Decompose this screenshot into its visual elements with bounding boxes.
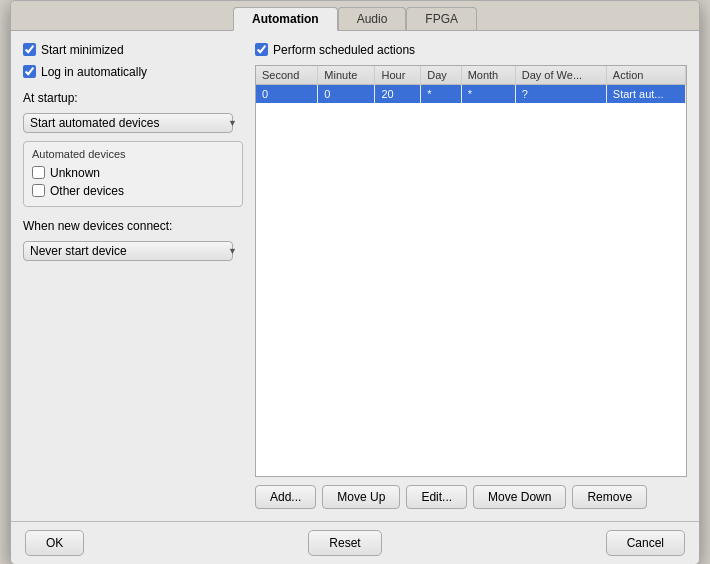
cell-month: * <box>461 84 515 103</box>
cell-minute: 0 <box>318 84 375 103</box>
col-action: Action <box>606 66 685 85</box>
cell-action: Start aut... <box>606 84 685 103</box>
cancel-button[interactable]: Cancel <box>606 530 685 556</box>
unknown-row: Unknown <box>32 166 234 180</box>
bottom-bar: OK Reset Cancel <box>11 521 699 564</box>
start-minimized-checkbox[interactable] <box>23 43 36 56</box>
perform-label: Perform scheduled actions <box>273 43 415 57</box>
unknown-label: Unknown <box>50 166 100 180</box>
automated-devices-group: Automated devices Unknown Other devices <box>23 141 243 207</box>
at-startup-label: At startup: <box>23 91 243 105</box>
perform-row: Perform scheduled actions <box>255 43 687 57</box>
log-in-label: Log in automatically <box>41 65 147 79</box>
cell-day: * <box>421 84 461 103</box>
table-row[interactable]: 0 0 20 * * ? Start aut... <box>256 84 686 103</box>
log-in-row: Log in automatically <box>23 65 243 79</box>
reset-button[interactable]: Reset <box>308 530 381 556</box>
other-devices-row: Other devices <box>32 184 234 198</box>
tab-fpga[interactable]: FPGA <box>406 7 477 30</box>
start-minimized-row: Start minimized <box>23 43 243 57</box>
new-devices-select-wrapper: Never start device Always start device ▼ <box>23 241 243 261</box>
add-button[interactable]: Add... <box>255 485 316 509</box>
col-day: Day <box>421 66 461 85</box>
cell-hour: 20 <box>375 84 421 103</box>
unknown-checkbox[interactable] <box>32 166 45 179</box>
right-panel: Perform scheduled actions Second Minute … <box>255 43 687 509</box>
tab-audio[interactable]: Audio <box>338 7 407 30</box>
col-minute: Minute <box>318 66 375 85</box>
log-in-checkbox[interactable] <box>23 65 36 78</box>
tab-bar: Automation Audio FPGA <box>11 1 699 31</box>
main-window: Automation Audio FPGA Start minimized Lo… <box>10 0 700 564</box>
move-up-button[interactable]: Move Up <box>322 485 400 509</box>
new-devices-select[interactable]: Never start device Always start device <box>23 241 233 261</box>
table-header-row: Second Minute Hour Day Month Day of We..… <box>256 66 686 85</box>
col-day-of-week: Day of We... <box>515 66 606 85</box>
startup-select[interactable]: Start automated devices Do nothing <box>23 113 233 133</box>
tab-automation[interactable]: Automation <box>233 7 338 31</box>
startup-select-wrapper: Start automated devices Do nothing ▼ <box>23 113 243 133</box>
edit-button[interactable]: Edit... <box>406 485 467 509</box>
move-down-button[interactable]: Move Down <box>473 485 566 509</box>
start-minimized-label: Start minimized <box>41 43 124 57</box>
automated-devices-legend: Automated devices <box>32 148 234 160</box>
schedule-table-wrapper: Second Minute Hour Day Month Day of We..… <box>255 65 687 477</box>
left-panel: Start minimized Log in automatically At … <box>23 43 243 509</box>
content-area: Start minimized Log in automatically At … <box>11 31 699 521</box>
schedule-table: Second Minute Hour Day Month Day of We..… <box>256 66 686 103</box>
col-second: Second <box>256 66 318 85</box>
col-hour: Hour <box>375 66 421 85</box>
other-devices-checkbox[interactable] <box>32 184 45 197</box>
cell-second: 0 <box>256 84 318 103</box>
cell-day-of-week: ? <box>515 84 606 103</box>
remove-button[interactable]: Remove <box>572 485 647 509</box>
other-devices-label: Other devices <box>50 184 124 198</box>
ok-button[interactable]: OK <box>25 530 84 556</box>
when-new-label: When new devices connect: <box>23 219 243 233</box>
col-month: Month <box>461 66 515 85</box>
action-buttons: Add... Move Up Edit... Move Down Remove <box>255 485 687 509</box>
perform-checkbox[interactable] <box>255 43 268 56</box>
